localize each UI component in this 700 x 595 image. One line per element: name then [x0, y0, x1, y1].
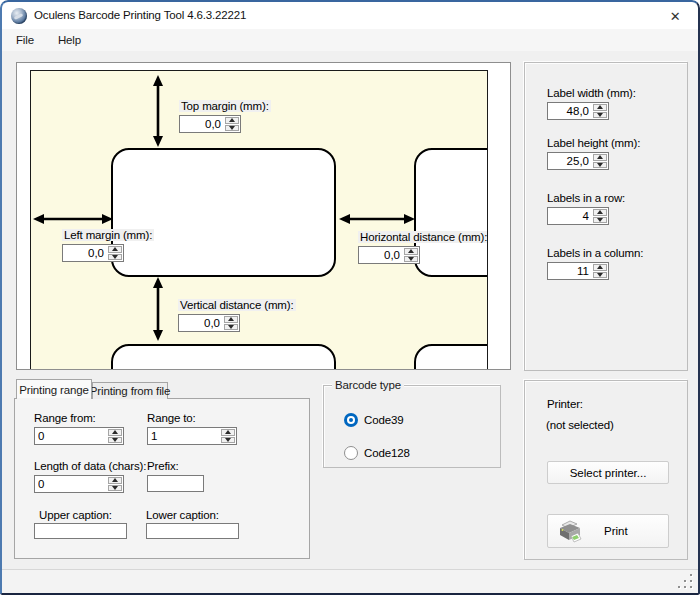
upper-caption-label: Upper caption:	[39, 509, 112, 521]
upper-caption-input[interactable]	[34, 523, 127, 539]
app-icon	[11, 8, 27, 24]
resize-grip-icon[interactable]	[676, 574, 692, 589]
range-to-input[interactable]	[148, 428, 220, 444]
close-icon[interactable]: ✕	[662, 6, 688, 26]
label-height-label: Label height (mm):	[547, 137, 640, 149]
tab-printing-from-file[interactable]: Printing from file	[92, 382, 168, 399]
labels-in-row-label: Labels in a row:	[547, 192, 625, 204]
spin-down-button[interactable]	[221, 437, 235, 444]
top-margin-label: Top margin (mm):	[179, 100, 271, 112]
select-printer-label: Select printer...	[570, 467, 647, 479]
label-preview-4	[414, 344, 488, 370]
up-arrow-icon	[229, 118, 235, 122]
range-from-spinner[interactable]	[34, 427, 124, 445]
radio-code128[interactable]	[344, 446, 358, 460]
spin-up-button[interactable]	[108, 477, 122, 484]
label-height-spinner[interactable]	[547, 152, 609, 170]
left-margin-input[interactable]	[63, 245, 107, 261]
label-width-updown[interactable]	[592, 103, 608, 119]
spin-down-button[interactable]	[593, 112, 607, 119]
labels-in-column-label: Labels in a column:	[547, 247, 643, 259]
up-arrow-icon	[408, 249, 414, 253]
printer-group: Printer: (not selected) Select printer..…	[524, 380, 688, 560]
top-margin-spinner[interactable]	[179, 115, 241, 133]
menu-file[interactable]: File	[6, 31, 44, 49]
length-of-data-updown[interactable]	[107, 476, 123, 492]
menu-help[interactable]: Help	[48, 31, 91, 49]
app-window: Oculens Barcode Printing Tool 4.6.3.2222…	[0, 0, 700, 595]
spin-down-button[interactable]	[108, 485, 122, 492]
labels-in-row-input[interactable]	[548, 208, 592, 224]
select-printer-button[interactable]: Select printer...	[547, 461, 669, 484]
label-width-input[interactable]	[548, 103, 592, 119]
spin-up-button[interactable]	[593, 209, 607, 216]
vertical-distance-arrow-icon	[150, 277, 166, 341]
spin-up-button[interactable]	[593, 264, 607, 271]
print-button[interactable]: Print	[547, 514, 669, 548]
menu-bar: File Help	[2, 29, 698, 51]
lower-caption-input[interactable]	[146, 523, 239, 539]
spin-up-button[interactable]	[404, 248, 418, 255]
down-arrow-icon	[597, 273, 603, 277]
prefix-input[interactable]	[147, 475, 204, 492]
left-margin-updown[interactable]	[107, 245, 123, 261]
horizontal-distance-updown[interactable]	[403, 247, 419, 263]
spin-down-button[interactable]	[108, 437, 122, 444]
range-from-updown[interactable]	[107, 428, 123, 444]
range-to-updown[interactable]	[220, 428, 236, 444]
down-arrow-icon	[225, 438, 231, 442]
horizontal-distance-spinner[interactable]	[358, 246, 420, 264]
spin-down-button[interactable]	[225, 125, 239, 132]
layout-preview-panel: Top margin (mm): Left margin (mm): Horiz…	[16, 62, 511, 370]
spin-up-button[interactable]	[225, 117, 239, 124]
top-margin-updown[interactable]	[224, 116, 240, 132]
down-arrow-icon	[597, 113, 603, 117]
spin-up-button[interactable]	[221, 429, 235, 436]
spin-down-button[interactable]	[593, 272, 607, 279]
length-of-data-input[interactable]	[35, 476, 107, 492]
up-arrow-icon	[597, 210, 603, 214]
radio-code128-label: Code128	[364, 447, 410, 459]
horizontal-distance-arrow-icon	[339, 211, 415, 227]
spin-up-button[interactable]	[108, 429, 122, 436]
tab-printing-range[interactable]: Printing range	[16, 379, 92, 399]
spin-up-button[interactable]	[593, 104, 607, 111]
printing-range-tab-page: Range from: Range to: Length of data (ch…	[14, 398, 310, 559]
vertical-distance-spinner[interactable]	[178, 314, 240, 332]
labels-in-column-input[interactable]	[548, 263, 592, 279]
range-from-input[interactable]	[35, 428, 107, 444]
labels-in-row-updown[interactable]	[592, 208, 608, 224]
top-margin-input[interactable]	[180, 116, 224, 132]
title-bar: Oculens Barcode Printing Tool 4.6.3.2222…	[2, 2, 698, 29]
up-arrow-icon	[597, 265, 603, 269]
range-to-spinner[interactable]	[147, 427, 237, 445]
labels-in-column-updown[interactable]	[592, 263, 608, 279]
spin-down-button[interactable]	[108, 254, 122, 261]
label-settings-panel: Label width (mm): Label height (mm): Lab…	[524, 62, 688, 371]
left-margin-label: Left margin (mm):	[62, 229, 154, 241]
labels-in-row-spinner[interactable]	[547, 207, 609, 225]
spin-down-button[interactable]	[593, 217, 607, 224]
label-preview-2	[414, 148, 488, 277]
radio-code39[interactable]	[344, 413, 358, 427]
vertical-distance-input[interactable]	[179, 315, 223, 331]
tab-label: Printing from file	[90, 385, 170, 397]
labels-in-column-spinner[interactable]	[547, 262, 609, 280]
spin-up-button[interactable]	[593, 154, 607, 161]
label-height-updown[interactable]	[592, 153, 608, 169]
label-sheet-preview: Top margin (mm): Left margin (mm): Horiz…	[30, 70, 488, 370]
tab-label: Printing range	[19, 384, 89, 396]
label-preview-3	[111, 344, 336, 370]
length-of-data-spinner[interactable]	[34, 475, 124, 493]
left-margin-spinner[interactable]	[62, 244, 124, 262]
spin-up-button[interactable]	[224, 316, 238, 323]
spin-down-button[interactable]	[593, 162, 607, 169]
label-width-spinner[interactable]	[547, 102, 609, 120]
radio-code39-label: Code39	[364, 414, 403, 426]
label-height-input[interactable]	[548, 153, 592, 169]
horizontal-distance-input[interactable]	[359, 247, 403, 263]
spin-up-button[interactable]	[108, 246, 122, 253]
vertical-distance-updown[interactable]	[223, 315, 239, 331]
spin-down-button[interactable]	[224, 324, 238, 331]
spin-down-button[interactable]	[404, 256, 418, 263]
